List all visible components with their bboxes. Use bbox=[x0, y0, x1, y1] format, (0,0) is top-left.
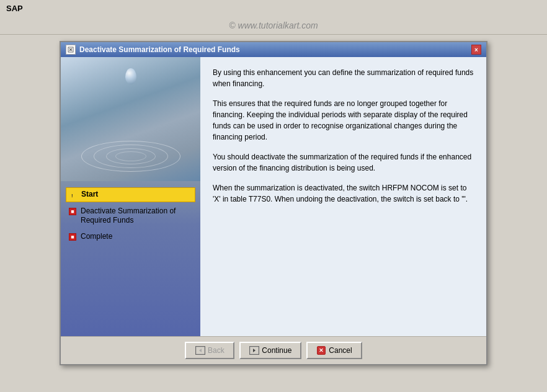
content-para-3: You should deactivate the summarization … bbox=[213, 151, 474, 174]
cancel-button[interactable]: ✕ Cancel bbox=[306, 342, 362, 359]
cancel-icon: ✕ bbox=[316, 345, 326, 355]
dialog-close-button[interactable]: × bbox=[471, 45, 481, 55]
nav-item-start[interactable]: Start bbox=[66, 187, 195, 202]
warning-icon bbox=[69, 190, 78, 199]
nav-item-complete[interactable]: ■ Complete bbox=[66, 230, 195, 244]
nav-label-start: Start bbox=[81, 190, 98, 200]
dialog-window: Deactivate Summarization of Required Fun… bbox=[60, 41, 487, 365]
nav-label-complete: Complete bbox=[81, 232, 112, 242]
nav-item-deactivate[interactable]: ■ Deactivate Summarization of Required F… bbox=[66, 205, 195, 228]
sidebar-image bbox=[61, 57, 200, 181]
watermark-text: © www.tutorialkart.com bbox=[229, 20, 318, 30]
content-para-2: This ensures that the required funds are… bbox=[213, 98, 474, 143]
button-bar: Back Continue ✕ bbox=[61, 336, 486, 364]
back-button[interactable]: Back bbox=[185, 342, 234, 359]
cancel-label: Cancel bbox=[329, 346, 352, 355]
back-label: Back bbox=[208, 346, 225, 355]
back-icon bbox=[195, 346, 205, 355]
nav-label-deactivate: Deactivate Summarization of Required Fun… bbox=[81, 207, 193, 226]
continue-label: Continue bbox=[262, 346, 291, 355]
content-para-4: When the summarization is deactivated, t… bbox=[213, 182, 474, 205]
content-pane: By using this enhancement you can define… bbox=[200, 57, 486, 336]
dialog-title: Deactivate Summarization of Required Fun… bbox=[79, 45, 240, 54]
sidebar: Start ■ Deactivate Summarization of Requ… bbox=[61, 57, 200, 336]
app-title: SAP bbox=[6, 4, 23, 13]
red-square-icon-complete: ■ bbox=[68, 233, 77, 241]
content-para-1: By using this enhancement you can define… bbox=[213, 67, 474, 89]
dialog-body: Start ■ Deactivate Summarization of Requ… bbox=[61, 57, 486, 336]
continue-icon bbox=[249, 346, 259, 355]
dialog-titlebar: Deactivate Summarization of Required Fun… bbox=[61, 42, 486, 57]
nav-items: Start ■ Deactivate Summarization of Requ… bbox=[61, 181, 200, 252]
continue-button[interactable]: Continue bbox=[239, 342, 301, 359]
red-square-icon-deactivate: ■ bbox=[68, 207, 77, 216]
dialog-title-icon bbox=[66, 45, 76, 55]
